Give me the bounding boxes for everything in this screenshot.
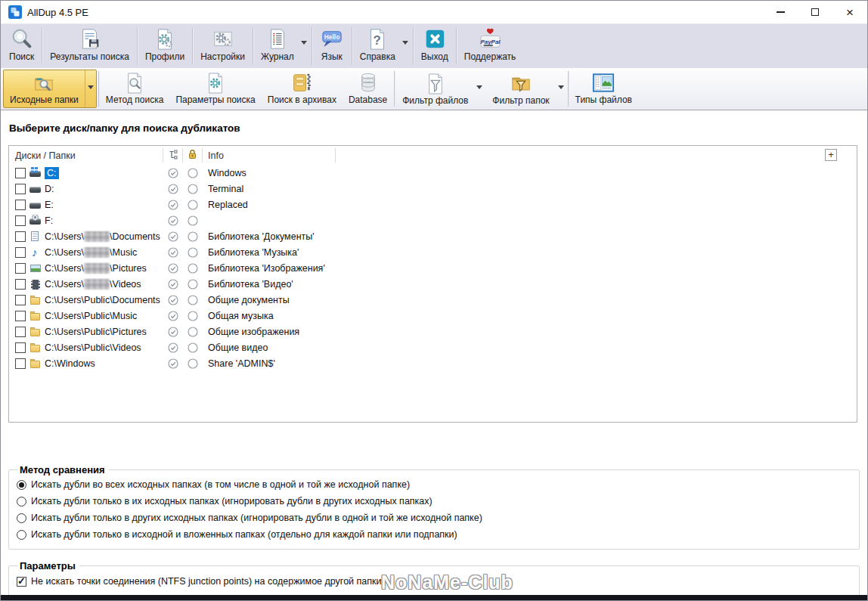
row-path[interactable]: F: (45, 215, 53, 226)
table-row[interactable]: D: Terminal (9, 181, 857, 197)
column-header-info[interactable]: Info (203, 148, 336, 163)
profiles-button[interactable]: Профили (138, 24, 191, 68)
recurse-status[interactable] (163, 327, 183, 337)
recurse-status[interactable] (163, 311, 183, 321)
recurse-status[interactable] (163, 247, 183, 258)
add-column-button[interactable]: + (825, 149, 837, 161)
row-checkbox[interactable] (15, 311, 26, 321)
column-header-recurse[interactable] (163, 148, 183, 163)
row-checkbox[interactable] (15, 295, 26, 305)
lock-status[interactable] (183, 247, 203, 258)
search-button[interactable]: Поиск (2, 24, 41, 68)
table-row[interactable]: C:\Users\\Documents Библиотека 'Документ… (9, 228, 857, 244)
lock-status[interactable] (183, 327, 203, 337)
donate-button[interactable]: PayPal Поддержать (457, 24, 523, 68)
row-checkbox[interactable] (15, 263, 26, 274)
chevron-down-icon[interactable] (402, 41, 408, 48)
table-row[interactable]: C:\Users\Public\Documents Общие документ… (9, 292, 857, 308)
table-row[interactable]: C:\Users\Public\Videos Общие видео (9, 339, 857, 355)
column-header-lock[interactable] (183, 148, 203, 163)
chevron-down-wrap[interactable] (85, 70, 96, 107)
language-button[interactable]: Hello Язык (313, 24, 351, 68)
close-button[interactable]: × (832, 1, 867, 23)
lock-status[interactable] (183, 184, 203, 194)
row-checkbox[interactable] (15, 231, 26, 242)
radio-icon[interactable] (17, 480, 26, 490)
row-path[interactable]: C:\Users\Public\Videos (45, 342, 141, 353)
settings-button[interactable]: Настройки (194, 24, 252, 68)
lock-status[interactable] (183, 295, 203, 305)
row-checkbox[interactable] (15, 200, 26, 210)
row-checkbox[interactable] (15, 247, 26, 258)
row-path[interactable]: C:\Users\\Pictures (45, 263, 147, 274)
parameter-option-1[interactable]: Не искать точки соединения (NTFS junctio… (17, 572, 851, 590)
row-checkbox[interactable] (15, 279, 26, 290)
lock-status[interactable] (183, 215, 203, 226)
table-row[interactable]: C:\Users\\Pictures Библиотека 'Изображен… (9, 260, 857, 276)
database-button[interactable]: Database (343, 68, 393, 110)
row-checkbox[interactable] (15, 168, 26, 178)
table-row[interactable]: C:\Users\\Videos Библиотека 'Видео' (9, 276, 857, 292)
table-row[interactable]: F: (9, 212, 857, 228)
row-checkbox[interactable] (15, 342, 26, 353)
recurse-status[interactable] (163, 200, 183, 210)
radio-icon[interactable] (17, 530, 26, 540)
recurse-status[interactable] (163, 279, 183, 290)
recurse-status[interactable] (163, 263, 183, 274)
row-path[interactable]: E: (45, 200, 54, 210)
row-checkbox[interactable] (15, 215, 26, 226)
chevron-down-icon[interactable] (301, 41, 307, 48)
lock-status[interactable] (183, 311, 203, 321)
folder-filter-button[interactable]: Фильтр папок (486, 70, 555, 108)
file-filter-button[interactable]: Фильтр файлов (396, 70, 474, 108)
lock-status[interactable] (183, 200, 203, 210)
table-row[interactable]: C:\Users\\Music Библиотека 'Музыка' (9, 244, 857, 260)
lock-status[interactable] (183, 279, 203, 290)
lock-status[interactable] (183, 263, 203, 274)
row-path[interactable]: D: (45, 184, 54, 194)
row-path[interactable]: C:\Users\Public\Documents (45, 295, 160, 305)
recurse-status[interactable] (163, 184, 183, 194)
checkbox-icon[interactable] (17, 577, 26, 587)
maximize-button[interactable] (798, 1, 832, 23)
compare-method-option-3[interactable]: Искать дубли только в других исходных па… (17, 510, 851, 526)
row-path[interactable]: C:\Users\Public\Pictures (45, 327, 147, 337)
compare-method-option-2[interactable]: Искать дубли только в их исходных папках… (17, 493, 851, 510)
log-button[interactable]: Журнал (254, 24, 301, 68)
row-checkbox[interactable] (15, 358, 26, 369)
radio-icon[interactable] (17, 513, 26, 523)
lock-status[interactable] (183, 168, 203, 178)
radio-icon[interactable] (17, 497, 26, 507)
recurse-status[interactable] (163, 168, 183, 178)
row-path[interactable]: C: (45, 168, 59, 178)
help-button[interactable]: ? Справка (353, 24, 402, 68)
lock-status[interactable] (183, 342, 203, 353)
table-row[interactable]: C:\Users\Public\Music Общая музыка (9, 308, 857, 324)
recurse-status[interactable] (163, 358, 183, 369)
search-options-button[interactable]: Параметры поиска (169, 68, 261, 110)
compare-method-option-4[interactable]: Искать дубли только в исходной и вложенн… (17, 526, 851, 543)
exit-button[interactable]: Выход (414, 24, 455, 68)
table-row[interactable]: C:\Windows Share 'ADMIN$' (9, 355, 857, 371)
row-checkbox[interactable] (15, 327, 26, 337)
search-results-button[interactable]: Результаты поиска (43, 24, 136, 68)
row-path[interactable]: C:\Users\Public\Music (45, 311, 137, 321)
archive-search-button[interactable]: Поиск в архивах (262, 68, 343, 110)
table-row[interactable]: C:\Users\Public\Pictures Общие изображен… (9, 324, 857, 339)
lock-status[interactable] (183, 231, 203, 242)
lock-status[interactable] (183, 358, 203, 369)
table-row[interactable]: E: Replaced (9, 197, 857, 212)
row-checkbox[interactable] (15, 184, 26, 194)
recurse-status[interactable] (163, 295, 183, 305)
minimize-button[interactable] (763, 1, 798, 23)
file-types-button[interactable]: Типы файлов (569, 68, 638, 110)
chevron-down-wrap[interactable] (474, 70, 485, 108)
column-header-name[interactable]: Диски / Папки (9, 148, 163, 163)
recurse-status[interactable] (163, 231, 183, 242)
recurse-status[interactable] (163, 215, 183, 226)
row-path[interactable]: C:\Users\\Music (45, 247, 137, 258)
row-path[interactable]: C:\Users\\Videos (45, 279, 141, 290)
source-folders-button[interactable]: Исходные папки (4, 70, 85, 107)
row-path[interactable]: C:\Windows (45, 358, 95, 369)
row-path[interactable]: C:\Users\\Documents (45, 231, 160, 242)
